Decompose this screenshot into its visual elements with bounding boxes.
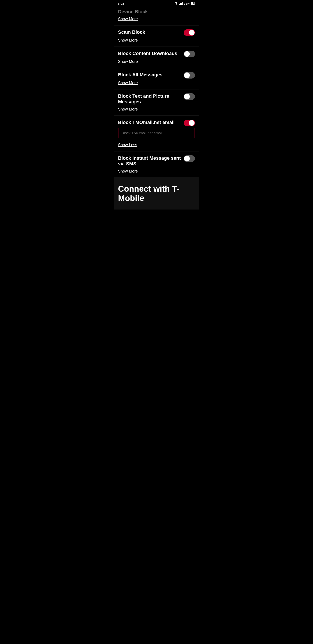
time: 3:08	[118, 2, 124, 6]
block-text-picture-title: Block Text and Picture Messages	[118, 93, 184, 105]
block-content-downloads-section: Block Content Downloads Show More	[114, 47, 199, 68]
block-content-downloads-toggle[interactable]	[184, 51, 195, 57]
block-tmomail-show-less[interactable]: Show Less	[118, 143, 137, 147]
svg-rect-4	[182, 2, 183, 5]
footer: Connect with T-Mobile	[114, 178, 199, 210]
block-tmomail-title: Block TMOmail.net email	[118, 120, 184, 125]
block-all-messages-section: Block All Messages Show More	[114, 68, 199, 90]
signal-icon	[179, 2, 183, 6]
status-icons: ↑↓ 71%	[174, 2, 195, 6]
device-block-show-more[interactable]: Show More	[118, 17, 138, 21]
block-text-picture-toggle[interactable]	[184, 93, 195, 100]
block-tmomail-toggle[interactable]	[184, 120, 195, 126]
block-text-picture-show-more[interactable]: Show More	[118, 107, 138, 112]
block-content-downloads-show-more[interactable]: Show More	[118, 60, 138, 64]
device-block-title: Device Block	[118, 9, 148, 14]
block-instant-message-title: Block Instant Message sent via SMS	[118, 155, 184, 167]
block-text-picture-section: Block Text and Picture Messages Show Mor…	[114, 90, 199, 116]
block-all-messages-show-more[interactable]: Show More	[118, 81, 138, 85]
svg-rect-3	[181, 2, 182, 5]
footer-title: Connect with T-Mobile	[118, 184, 195, 203]
block-all-messages-toggle[interactable]	[184, 72, 195, 78]
block-tmomail-section: Block TMOmail.net email Show Less	[114, 116, 199, 152]
block-instant-message-show-more[interactable]: Show More	[118, 169, 138, 174]
scam-block-section: Scam Block Show More	[114, 26, 199, 47]
scam-block-toggle[interactable]	[184, 29, 195, 36]
svg-rect-2	[180, 3, 181, 5]
battery-icon	[191, 2, 195, 6]
wifi-icon: ↑↓	[174, 2, 178, 6]
svg-rect-1	[179, 4, 180, 5]
block-tmomail-expanded	[118, 128, 195, 140]
battery-percent: 71%	[184, 2, 190, 5]
svg-rect-6	[191, 2, 193, 4]
scam-block-show-more[interactable]: Show More	[118, 38, 138, 43]
block-content-downloads-title: Block Content Downloads	[118, 51, 184, 56]
scam-block-title: Scam Block	[118, 29, 184, 35]
block-instant-message-section: Block Instant Message sent via SMS Show …	[114, 152, 199, 178]
block-instant-message-toggle[interactable]	[184, 155, 195, 162]
svg-text:↑↓: ↑↓	[178, 2, 178, 4]
block-tmomail-input[interactable]	[118, 128, 195, 138]
block-all-messages-title: Block All Messages	[118, 72, 184, 78]
status-bar: 3:08 ↑↓ 71%	[114, 0, 199, 7]
device-block-section: Device Block Show More	[114, 7, 199, 26]
